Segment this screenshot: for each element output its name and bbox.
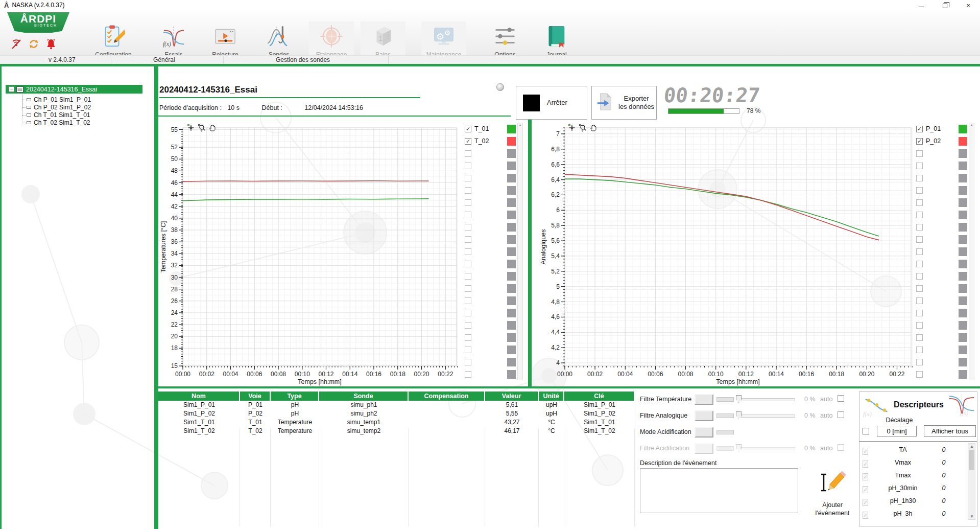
temperature-chart[interactable]: 1518202224262830323436384042444648505255… — [159, 122, 461, 386]
filter-toggle-button[interactable] — [695, 427, 713, 438]
legend-color-swatch[interactable] — [507, 235, 516, 244]
legend-checkbox[interactable] — [465, 199, 471, 206]
table-header-clé[interactable]: Clé — [564, 392, 635, 401]
legend-color-swatch[interactable] — [507, 272, 516, 281]
legend-color-swatch[interactable] — [507, 223, 516, 232]
analog-legend-scrollbar[interactable]: ▲ — [969, 123, 974, 380]
legend-color-swatch[interactable] — [959, 211, 967, 219]
zoom-tool-icon[interactable] — [198, 124, 206, 132]
offset-input[interactable] — [877, 426, 917, 436]
table-header-voie[interactable]: Voie — [240, 392, 271, 401]
legend-color-swatch[interactable] — [507, 358, 516, 366]
tree-root-item[interactable]: − 20240412-145316_Essai — [6, 85, 142, 94]
filter-auto-checkbox[interactable] — [838, 395, 844, 402]
descriptor-checkbox[interactable]: ✓ — [863, 448, 868, 455]
filter-slider-track[interactable] — [740, 398, 795, 401]
descriptor-checkbox[interactable]: ✓ — [863, 473, 868, 480]
legend-color-swatch[interactable] — [959, 198, 967, 207]
legend-color-swatch[interactable] — [959, 186, 967, 195]
scroll-up-icon[interactable]: ▲ — [970, 444, 974, 449]
descriptor-checkbox[interactable]: ✓ — [863, 486, 868, 493]
legend-checkbox[interactable] — [465, 285, 471, 292]
legend-checkbox[interactable] — [916, 310, 923, 316]
descriptor-checkbox[interactable]: ✓ — [863, 499, 868, 506]
zoom-tool-icon[interactable] — [579, 124, 587, 132]
add-event-button[interactable]: Ajouter l'évènement — [806, 471, 859, 518]
sync-icon[interactable] — [28, 38, 39, 52]
show-all-button[interactable]: Afficher tous — [924, 425, 976, 437]
legend-checkbox[interactable] — [916, 187, 923, 194]
legend-color-swatch[interactable] — [959, 370, 967, 379]
filter-slider-thumb[interactable] — [736, 395, 742, 403]
close-button[interactable]: × — [957, 0, 980, 10]
legend-color-swatch[interactable] — [959, 296, 967, 305]
scroll-down-icon[interactable]: ▼ — [970, 514, 974, 519]
legend-color-swatch[interactable] — [507, 198, 516, 207]
legend-checkbox[interactable] — [465, 347, 471, 353]
legend-color-swatch[interactable] — [507, 211, 516, 219]
legend-color-swatch[interactable] — [959, 346, 967, 354]
legend-checkbox[interactable] — [465, 248, 471, 255]
pan-tool-icon[interactable] — [208, 124, 217, 132]
crosshair-tool-icon[interactable] — [568, 124, 576, 132]
tree-channel-item[interactable]: Ch P_02 Sim1_P_02 — [27, 103, 91, 111]
table-header-nom[interactable]: Nom — [158, 392, 240, 401]
legend-checkbox[interactable] — [916, 224, 923, 231]
legend-checkbox[interactable] — [465, 150, 471, 157]
legend-color-swatch[interactable] — [959, 174, 967, 182]
filter-toggle-button[interactable] — [695, 394, 713, 405]
legend-checkbox[interactable] — [916, 261, 923, 267]
crosshair-tool-icon[interactable] — [187, 124, 195, 132]
table-header-compensation[interactable]: Compensation — [409, 392, 485, 401]
table-header-unité[interactable]: Unité — [539, 392, 564, 401]
legend-checkbox[interactable] — [916, 199, 923, 206]
legend-color-swatch[interactable] — [959, 321, 967, 330]
legend-color-swatch[interactable] — [959, 358, 967, 366]
legend-checkbox[interactable]: ✓ — [465, 138, 471, 145]
legend-color-swatch[interactable] — [959, 137, 967, 146]
legend-color-swatch[interactable] — [507, 125, 516, 133]
descriptor-checkbox[interactable]: ✓ — [863, 461, 868, 468]
legend-checkbox[interactable] — [916, 297, 923, 304]
legend-checkbox[interactable] — [916, 175, 923, 181]
legend-color-swatch[interactable] — [507, 260, 516, 268]
legend-color-swatch[interactable] — [507, 137, 516, 146]
minimize-button[interactable] — [910, 0, 933, 10]
legend-checkbox[interactable] — [465, 187, 471, 194]
legend-color-swatch[interactable] — [959, 272, 967, 281]
filter-slider-track[interactable] — [740, 415, 795, 418]
table-row[interactable]: Sim1_P_02P_02pHsimu_ph25,55upHSim1_P_02 — [158, 409, 635, 418]
legend-color-swatch[interactable] — [959, 284, 967, 293]
legend-checkbox[interactable] — [465, 273, 471, 280]
legend-color-swatch[interactable] — [507, 149, 516, 158]
legend-color-swatch[interactable] — [507, 296, 516, 305]
scrollbar-thumb[interactable] — [969, 450, 974, 470]
legend-color-swatch[interactable] — [959, 223, 967, 232]
legend-checkbox[interactable] — [465, 359, 471, 365]
no-broadcast-icon[interactable] — [10, 38, 22, 52]
legend-color-swatch[interactable] — [507, 346, 516, 354]
legend-color-swatch[interactable] — [507, 370, 516, 379]
legend-checkbox[interactable] — [916, 371, 923, 378]
legend-color-swatch[interactable] — [507, 174, 516, 182]
legend-checkbox[interactable]: ✓ — [916, 126, 923, 132]
legend-checkbox[interactable] — [916, 248, 923, 255]
legend-checkbox[interactable] — [916, 212, 923, 218]
legend-color-swatch[interactable] — [959, 235, 967, 244]
legend-color-swatch[interactable] — [507, 309, 516, 317]
descriptor-scrollbar[interactable]: ▲ ▼ — [968, 443, 975, 520]
stop-button[interactable]: Arrêter — [516, 86, 587, 120]
legend-color-swatch[interactable] — [959, 260, 967, 268]
export-button[interactable]: Exporter les données — [591, 86, 657, 120]
legend-checkbox[interactable] — [465, 163, 471, 169]
legend-color-swatch[interactable] — [959, 162, 967, 170]
pan-tool-icon[interactable] — [589, 124, 597, 132]
legend-checkbox[interactable] — [465, 175, 471, 181]
tree-channel-item[interactable]: Ch T_02 Sim1_T_02 — [27, 119, 90, 126]
temperature-legend-scrollbar[interactable]: ▲ — [517, 123, 523, 380]
legend-checkbox[interactable] — [916, 150, 923, 157]
tree-collapse-icon[interactable]: − — [9, 86, 14, 92]
filter-auto-checkbox[interactable] — [838, 411, 844, 418]
legend-checkbox[interactable] — [465, 224, 471, 231]
descriptor-checkbox[interactable]: ✓ — [863, 512, 868, 519]
